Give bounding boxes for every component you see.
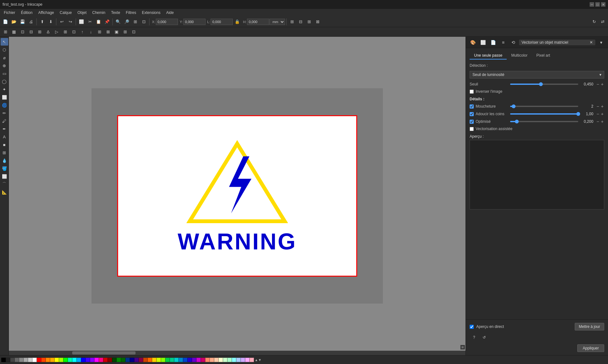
gradient-tool[interactable]: ■ [1, 141, 8, 148]
color-swatch[interactable] [187, 358, 192, 362]
snap-tool1[interactable]: ⊞ [1, 28, 10, 36]
redo-btn[interactable]: ↪ [66, 18, 74, 26]
color-swatch[interactable] [59, 358, 63, 362]
color-swatch[interactable] [103, 358, 108, 362]
seuil-plus[interactable]: + [600, 82, 604, 87]
zoom-select-btn[interactable]: ⊡ [140, 18, 148, 26]
moucheture-plus[interactable]: + [600, 104, 604, 109]
color-swatch[interactable] [170, 358, 174, 362]
reset-btn[interactable]: ↺ [480, 333, 489, 342]
seuil-slider[interactable] [510, 84, 578, 85]
color-swatch[interactable] [112, 358, 117, 362]
cut-btn[interactable]: ✂ [86, 18, 94, 26]
snap-tool6[interactable]: ∆ [44, 28, 52, 36]
star-tool[interactable]: ✦ [1, 85, 8, 93]
optimise-slider[interactable] [510, 121, 578, 122]
menu-filtres[interactable]: Filtres [123, 10, 139, 16]
seuil-thumb[interactable] [539, 82, 543, 86]
unit-select[interactable]: mm px cm [269, 19, 285, 25]
align-btn[interactable]: ≡ [499, 38, 508, 47]
color-swatch[interactable] [23, 358, 28, 362]
close-button[interactable]: ✕ [601, 2, 605, 7]
color-swatch[interactable] [174, 358, 179, 362]
adoucir-plus[interactable]: + [600, 111, 604, 116]
zoom-in-btn[interactable]: 🔍 [114, 18, 122, 26]
color-swatch[interactable] [205, 358, 210, 362]
snap-tool4[interactable]: ⊟ [27, 28, 35, 36]
inverser-checkbox[interactable] [470, 90, 474, 94]
apercu-direct-label[interactable]: Aperçu en direct [476, 324, 504, 329]
color-swatch[interactable] [183, 358, 187, 362]
undo-btn[interactable]: ↩ [58, 18, 66, 26]
doc-props-btn[interactable]: 📄 [489, 38, 497, 47]
lock-btn[interactable]: 🔒 [233, 18, 241, 26]
color-swatch[interactable] [86, 358, 90, 362]
snap-tool14[interactable]: ▣ [112, 28, 121, 36]
color-swatch[interactable] [227, 358, 232, 362]
panel-menu-btn[interactable]: ▾ [597, 38, 605, 47]
paint-tool[interactable]: 🪣 [1, 165, 8, 172]
snap-tool15[interactable]: ⊞ [121, 28, 129, 36]
3d-tool[interactable]: ⬜ [1, 93, 8, 101]
color-swatch[interactable] [250, 358, 254, 362]
x-input[interactable] [156, 19, 178, 25]
color-swatch[interactable] [241, 358, 245, 362]
color-swatch[interactable] [179, 358, 183, 362]
menu-fichier[interactable]: Fichier [1, 10, 18, 16]
moucheture-label[interactable]: Moucheture [476, 104, 496, 109]
color-swatch[interactable] [236, 358, 241, 362]
color-swatch[interactable] [19, 358, 23, 362]
menu-chemin[interactable]: Chemin [90, 10, 108, 16]
snap-tool11[interactable]: ↓ [87, 28, 95, 36]
canvas-area[interactable]: WARNING ⊞ [9, 37, 466, 355]
optimise-minus[interactable]: − [596, 119, 600, 124]
moucheture-minus[interactable]: − [596, 104, 600, 109]
adoucir-minus[interactable]: − [596, 111, 600, 116]
hscroll-thumb[interactable] [72, 351, 136, 355]
eraser-tool[interactable]: ⬜ [1, 173, 8, 180]
transform-btn[interactable]: ⟲ [509, 38, 518, 47]
mesh-tool[interactable]: ⊞ [1, 149, 8, 156]
zoom-out-btn[interactable]: 🔎 [123, 18, 131, 26]
seuil-minus[interactable]: − [596, 82, 600, 87]
dropper-tool[interactable]: 💧 [1, 157, 8, 164]
optimise-label[interactable]: Optimisé [476, 119, 491, 124]
color-swatch[interactable] [68, 358, 72, 362]
menu-aide[interactable]: Aide [164, 10, 176, 16]
adoucir-label[interactable]: Adoucir les coins [476, 112, 504, 116]
color-swatch[interactable] [108, 358, 112, 362]
color-swatch[interactable] [15, 358, 19, 362]
color-swatch[interactable] [152, 358, 156, 362]
color-swatch[interactable] [1, 358, 6, 362]
fill-stroke-btn[interactable]: 🎨 [468, 38, 477, 47]
menu-affichage[interactable]: Affichage [36, 10, 57, 16]
color-swatch[interactable] [90, 358, 94, 362]
optimise-thumb[interactable] [515, 120, 519, 123]
optimise-plus[interactable]: + [600, 119, 604, 124]
moucheture-thumb[interactable] [512, 104, 516, 108]
color-swatch[interactable] [210, 358, 214, 362]
snap-tool10[interactable]: ↑ [78, 28, 86, 36]
rect-tool[interactable]: ▭ [1, 70, 8, 77]
apply-button[interactable]: Appliquer [577, 344, 604, 352]
duplicate-btn[interactable]: ⬜ [77, 18, 86, 26]
vectorisation-label[interactable]: Vectorisation assistée [476, 127, 512, 131]
save-btn[interactable]: 💾 [18, 18, 27, 26]
snap-tool7[interactable]: ▷ [53, 28, 61, 36]
vectorisation-checkbox[interactable] [470, 127, 474, 131]
color-scroll-down[interactable]: ▼ [258, 358, 262, 362]
adoucir-thumb[interactable] [576, 112, 580, 116]
minimize-button[interactable]: ─ [590, 2, 594, 7]
color-swatch[interactable] [94, 358, 99, 362]
new-btn[interactable]: 📄 [1, 18, 10, 26]
color-swatch[interactable] [81, 358, 86, 362]
node-tool[interactable]: ⬡ [1, 46, 8, 53]
snap-tool8[interactable]: ⊞ [61, 28, 69, 36]
moucheture-checkbox[interactable] [470, 104, 474, 109]
color-swatch[interactable] [28, 358, 32, 362]
y-input[interactable] [183, 19, 206, 25]
paste-btn[interactable]: 📌 [103, 18, 111, 26]
color-swatch[interactable] [46, 358, 50, 362]
h-input[interactable] [247, 19, 269, 25]
spiral-tool[interactable]: 🌀 [1, 101, 8, 109]
